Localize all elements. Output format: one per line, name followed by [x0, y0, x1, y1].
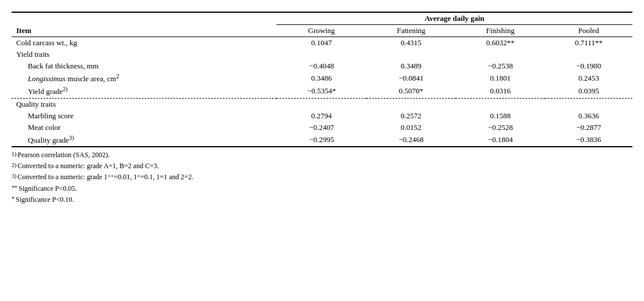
finishing-cell-cold-carcass: 0.6032** [456, 37, 545, 49]
footnotes: 1) Pearson correlation (SAS, 2002).2) Co… [12, 150, 632, 205]
finishing-cell-back-fat: −0.2538 [456, 60, 545, 72]
item-cell-yield-traits-header: Yield traits [12, 49, 276, 60]
fattening-cell-cold-carcass: 0.4315 [366, 37, 456, 49]
fattening-cell-marbling-score: 0.2572 [366, 110, 456, 122]
item-cell-quality-grade: Quality grade3) [12, 133, 276, 147]
table-row: Meat color−0.24070.0152−0.2528−0.2877 [12, 122, 632, 133]
table-container: Item Average daily gain Growing Fattenin… [12, 12, 632, 205]
table-row: Quality traits [12, 98, 632, 110]
finishing-cell-yield-grade: 0.0316 [456, 85, 545, 98]
item-cell-back-fat: Back fat thickness, mm [12, 60, 276, 72]
avg-gain-header-row: Item Average daily gain [12, 12, 632, 25]
col-fattening: Fattening [366, 25, 456, 37]
table-row: Yield traits [12, 49, 632, 60]
footnote-fn-sig2: * Significance P<0.10. [12, 194, 632, 205]
table-row: Marbling score0.27940.25720.15880.3636 [12, 110, 632, 122]
item-cell-longissimus: Longissimus muscle area, cm2 [12, 72, 276, 85]
growing-cell-marbling-score: 0.2794 [276, 110, 366, 122]
pooled-cell-quality-traits-header [545, 98, 632, 110]
finishing-cell-yield-traits-header [456, 49, 545, 60]
item-col-label: Item [16, 26, 31, 35]
fattening-cell-meat-color: 0.0152 [366, 122, 456, 133]
growing-cell-yield-traits-header [276, 49, 366, 60]
table-row: Yield grade2)−0.5354*0.5070*0.03160.0395 [12, 85, 632, 98]
table-row: Cold carcass wt., kg0.10470.43150.6032**… [12, 37, 632, 49]
pooled-cell-yield-traits-header [545, 49, 632, 60]
finishing-cell-longissimus: 0.1801 [456, 72, 545, 85]
growing-cell-cold-carcass: 0.1047 [276, 37, 366, 49]
growing-cell-longissimus: 0.3486 [276, 72, 366, 85]
avg-daily-gain-label: Average daily gain [276, 12, 632, 25]
finishing-cell-marbling-score: 0.1588 [456, 110, 545, 122]
pooled-cell-meat-color: −0.2877 [545, 122, 632, 133]
table-body: Cold carcass wt., kg0.10470.43150.6032**… [12, 37, 632, 147]
footnote-fn1: 1) Pearson correlation (SAS, 2002). [12, 150, 632, 161]
pooled-cell-marbling-score: 0.3636 [545, 110, 632, 122]
growing-cell-back-fat: −0.4048 [276, 60, 366, 72]
item-cell-meat-color: Meat color [12, 122, 276, 133]
table-row: Back fat thickness, mm−0.40480.3489−0.25… [12, 60, 632, 72]
finishing-cell-meat-color: −0.2528 [456, 122, 545, 133]
fattening-cell-longissimus: −0.0841 [366, 72, 456, 85]
growing-cell-meat-color: −0.2407 [276, 122, 366, 133]
footnote-fn3: 3) Converted to a numeric: grade 1++=0.0… [12, 172, 632, 183]
growing-cell-yield-grade: −0.5354* [276, 85, 366, 98]
fattening-cell-back-fat: 0.3489 [366, 60, 456, 72]
finishing-cell-quality-grade: −0.1804 [456, 133, 545, 147]
longissimus-italic: Longissimus [28, 74, 66, 83]
item-cell-marbling-score: Marbling score [12, 110, 276, 122]
table-row: Quality grade3)−0.2995−0.2468−0.1804−0.3… [12, 133, 632, 147]
col-finishing: Finishing [456, 25, 545, 37]
table-row: Longissimus muscle area, cm20.3486−0.084… [12, 72, 632, 85]
fattening-cell-quality-grade: −0.2468 [366, 133, 456, 147]
item-cell-quality-traits-header: Quality traits [12, 98, 276, 110]
data-table: Item Average daily gain Growing Fattenin… [12, 12, 632, 147]
growing-cell-quality-traits-header [276, 98, 366, 110]
growing-cell-quality-grade: −0.2995 [276, 133, 366, 147]
col-growing: Growing [276, 25, 366, 37]
item-cell-cold-carcass: Cold carcass wt., kg [12, 37, 276, 49]
pooled-cell-longissimus: 0.2453 [545, 72, 632, 85]
footnote-fn2: 2) Converted to a numeric: grade A=1, B=… [12, 161, 632, 172]
fattening-cell-yield-traits-header [366, 49, 456, 60]
pooled-cell-yield-grade: 0.0395 [545, 85, 632, 98]
fattening-cell-quality-traits-header [366, 98, 456, 110]
pooled-cell-cold-carcass: 0.7111** [545, 37, 632, 49]
pooled-cell-quality-grade: −0.3836 [545, 133, 632, 147]
fattening-cell-yield-grade: 0.5070* [366, 85, 456, 98]
item-cell-yield-grade: Yield grade2) [12, 85, 276, 98]
footnote-fn-sig1: ** Significance P<0.05. [12, 183, 632, 194]
pooled-cell-back-fat: −0.1980 [545, 60, 632, 72]
finishing-cell-quality-traits-header [456, 98, 545, 110]
item-header-empty: Item [12, 12, 276, 37]
col-pooled: Pooled [545, 25, 632, 37]
